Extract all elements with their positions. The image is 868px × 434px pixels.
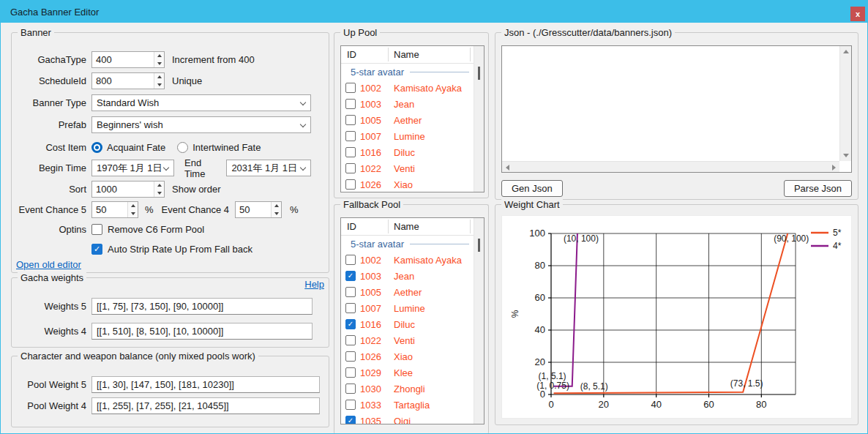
close-button[interactable]: x — [850, 7, 865, 21]
arrow-up-icon — [157, 54, 162, 57]
row-checkbox[interactable]: ✓ — [345, 335, 356, 345]
row-checkbox[interactable]: ✓ — [345, 271, 356, 281]
row-checkbox[interactable]: ✓ — [345, 147, 356, 157]
spin-down-button[interactable] — [272, 210, 281, 218]
spin-up-button[interactable] — [128, 202, 138, 210]
radio-acquaint-fate-label: Acquaint Fate — [107, 142, 165, 153]
begin-time-select[interactable]: 1970年 1月 1日 — [91, 160, 174, 176]
pool-row[interactable]: ✓1003Jean — [341, 268, 474, 284]
remove-c6-checkbox[interactable]: ✓ — [91, 224, 102, 235]
weights5-input[interactable]: [[1, 75], [73, 150], [90, 10000]] — [91, 298, 313, 315]
row-checkbox[interactable]: ✓ — [345, 83, 356, 93]
spin-up-button[interactable] — [154, 73, 164, 81]
vertical-scrollbar[interactable] — [474, 218, 484, 424]
pool-row[interactable]: ✓1003Jean — [341, 96, 474, 112]
pool-row[interactable]: ✓1029Klee — [341, 364, 474, 381]
scroll-down-icon[interactable] — [843, 154, 849, 157]
row-id: 1030 — [360, 384, 388, 394]
column-separator — [388, 220, 389, 233]
spin-down-button[interactable] — [154, 81, 164, 89]
row-id: 1002 — [360, 83, 388, 94]
scroll-right-icon[interactable] — [832, 165, 836, 171]
end-time-select[interactable]: 2031年 1月 1日 — [226, 160, 311, 176]
row-checkbox[interactable]: ✓ — [345, 384, 356, 394]
svg-text:20: 20 — [599, 399, 609, 410]
pool-weight4-input[interactable]: [[1, 255], [17, 255], [21, 10455]] — [91, 397, 320, 414]
row-checkbox[interactable]: ✓ — [345, 99, 356, 109]
pool-row[interactable]: ✓1033Tartaglia — [341, 397, 474, 413]
pool-row[interactable]: ✓1022Venti — [341, 160, 474, 176]
event-chance-4-input[interactable]: 50 — [235, 201, 282, 218]
banner-type-select[interactable]: Standard Wish — [91, 94, 311, 111]
prefab-select[interactable]: Beginners' wish — [91, 116, 311, 133]
weights4-input[interactable]: [[1, 510], [8, 510], [10, 10000]] — [91, 323, 313, 340]
row-checkbox[interactable]: ✓ — [345, 131, 356, 141]
help-link[interactable]: Help — [304, 279, 324, 290]
radio-acquaint-fate[interactable] — [91, 142, 102, 153]
pool-row[interactable]: ✓1035Qiqi — [341, 413, 474, 424]
spin-down-button[interactable] — [154, 190, 164, 198]
pool-row[interactable]: ✓1026Xiao — [341, 348, 474, 364]
gen-json-button[interactable]: Gen Json — [501, 180, 563, 197]
pool-row[interactable]: ✓1005Aether — [341, 284, 474, 300]
scheduleid-input[interactable]: 800 — [91, 72, 165, 89]
row-checkbox[interactable]: ✓ — [345, 255, 356, 265]
sort-input[interactable]: 1000 — [91, 181, 165, 198]
horizontal-scrollbar[interactable] — [502, 161, 839, 172]
pool-row[interactable]: ✓1030Zhongli — [341, 381, 474, 397]
row-checkbox[interactable]: ✓ — [345, 351, 356, 362]
column-header-name[interactable]: Name — [394, 221, 419, 232]
row-id: 1022 — [360, 163, 388, 174]
row-checkbox[interactable]: ✓ — [345, 367, 356, 378]
row-checkbox[interactable]: ✓ — [345, 115, 356, 125]
pool-row[interactable]: ✓1007Lumine — [341, 128, 474, 144]
pool-row[interactable]: ✓1022Venti — [341, 332, 474, 348]
json-textarea[interactable] — [505, 48, 839, 160]
row-checkbox[interactable]: ✓ — [345, 303, 356, 313]
column-header-id[interactable]: ID — [347, 221, 356, 232]
row-checkbox[interactable]: ✓ — [345, 416, 356, 424]
spin-up-button[interactable] — [154, 52, 164, 60]
column-header-id[interactable]: ID — [347, 49, 356, 60]
svg-text:(1, 0.75): (1, 0.75) — [536, 381, 569, 391]
row-name: Aether — [394, 115, 422, 126]
vertical-scrollbar[interactable] — [474, 46, 484, 192]
scroll-left-icon[interactable] — [506, 165, 509, 171]
spin-up-button[interactable] — [272, 202, 281, 210]
pool-row[interactable]: ✓1002Kamisato Ayaka — [341, 80, 474, 96]
spin-down-button[interactable] — [128, 210, 138, 218]
row-checkbox[interactable]: ✓ — [345, 319, 356, 329]
spin-up-button[interactable] — [154, 182, 164, 190]
chevron-down-icon — [300, 165, 306, 171]
title-bar[interactable]: Gacha Banner Editor x — [1, 1, 867, 23]
row-name: Kamisato Ayaka — [394, 83, 462, 94]
open-old-editor-link[interactable]: Open old editor — [16, 259, 81, 270]
radio-intertwined-fate[interactable] — [177, 142, 188, 153]
scrollbar-thumb[interactable] — [478, 239, 480, 252]
spin-down-button[interactable] — [154, 60, 164, 68]
event-chance-5-input[interactable]: 50 — [91, 201, 138, 218]
vertical-scrollbar[interactable] — [839, 46, 851, 161]
scrollbar-thumb[interactable] — [478, 67, 480, 80]
column-header-name[interactable]: Name — [394, 49, 419, 60]
scroll-up-icon[interactable] — [843, 50, 849, 53]
auto-strip-checkbox[interactable]: ✓ — [91, 244, 102, 255]
scheduleid-value: 800 — [92, 73, 154, 89]
pool-row[interactable]: ✓1005Aether — [341, 112, 474, 128]
pool-row[interactable]: ✓1002Kamisato Ayaka — [341, 252, 474, 268]
row-checkbox[interactable]: ✓ — [345, 400, 356, 410]
cost-item-label: Cost Item — [16, 142, 86, 153]
pool-row[interactable]: ✓1016Diluc — [341, 316, 474, 332]
row-checkbox[interactable]: ✓ — [345, 163, 356, 173]
row-checkbox[interactable]: ✓ — [345, 287, 356, 297]
row-checkbox[interactable]: ✓ — [345, 179, 356, 190]
pool-row[interactable]: ✓1007Lumine — [341, 300, 474, 316]
row-id: 1007 — [360, 131, 388, 142]
pool-weight5-input[interactable]: [[1, 30], [147, 150], [181, 10230]] — [91, 376, 320, 393]
svg-text:100: 100 — [529, 228, 545, 239]
pool-row[interactable]: ✓1026Xiao — [341, 176, 474, 192]
prefab-value: Beginners' wish — [97, 119, 163, 130]
parse-json-button[interactable]: Parse Json — [784, 180, 852, 197]
gachatype-input[interactable]: 400 — [91, 51, 165, 68]
pool-row[interactable]: ✓1016Diluc — [341, 144, 474, 160]
